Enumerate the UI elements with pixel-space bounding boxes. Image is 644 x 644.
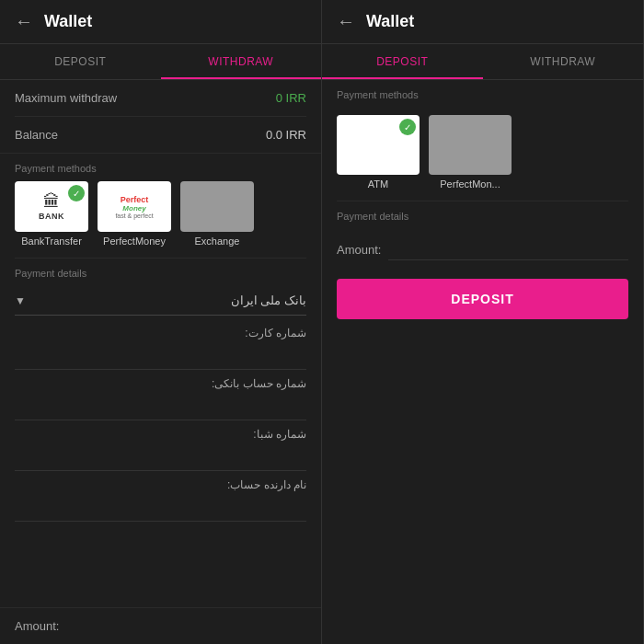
card-number-input[interactable]	[15, 341, 306, 370]
right-back-button[interactable]: ←	[337, 11, 355, 32]
atm-card-label: ATM	[368, 178, 388, 190]
bank-dropdown[interactable]: بانک ملی ایران	[15, 286, 306, 316]
atm-check-badge: ✓	[399, 119, 416, 135]
right-header: ← Wallet	[322, 0, 643, 44]
left-tab-deposit[interactable]: DEPOSIT	[0, 44, 161, 79]
right-amount-row: Amount:	[322, 229, 643, 270]
left-payment-details-label: Payment details	[0, 259, 321, 286]
bank-card-label: BankTransfer	[21, 236, 82, 247]
right-title: Wallet	[366, 12, 414, 31]
left-scroll-area[interactable]: Payment details ▼ بانک ملی ایران شماره ک…	[0, 259, 321, 607]
left-panel: ← Wallet DEPOSIT WITHDRAW Maximum withdr…	[0, 0, 322, 644]
max-withdraw-row: Maximum withdraw 0 IRR	[15, 80, 306, 117]
sheba-field: شماره شبا:	[15, 428, 306, 478]
bank-check-badge: ✓	[68, 185, 85, 201]
left-back-button[interactable]: ←	[15, 11, 33, 32]
bank-account-label: شماره حساب بانکی:	[15, 377, 306, 390]
left-header: ← Wallet	[0, 0, 321, 44]
right-amount-input[interactable]	[388, 238, 628, 260]
bank-text: BANK	[39, 212, 64, 221]
bank-card-image: ✓ 🏛 BANK	[15, 181, 88, 232]
right-payment-methods-label: Payment methods	[322, 80, 643, 108]
pm-right-card-label: PerfectMon...	[440, 178, 500, 190]
atm-card-image: ✓	[337, 115, 420, 175]
max-withdraw-value: 0 IRR	[276, 91, 306, 105]
right-payment-card-pm[interactable]: PerfectMon...	[429, 115, 512, 190]
left-info-section: Maximum withdraw 0 IRR Balance 0.0 IRR	[0, 80, 321, 154]
pm-card-label: PerfectMoney	[103, 236, 166, 247]
balance-label: Balance	[15, 128, 58, 142]
bank-account-input[interactable]	[15, 392, 306, 420]
bank-icon: 🏛 BANK	[39, 192, 64, 221]
right-tab-withdraw[interactable]: WITHDRAW	[483, 44, 644, 79]
left-amount-section: Amount:	[0, 607, 321, 644]
right-amount-label: Amount:	[337, 243, 381, 257]
pm-icon-tagline: fast & perfect	[115, 213, 153, 219]
dropdown-arrow-icon: ▼	[15, 294, 26, 307]
right-tabs: DEPOSIT WITHDRAW	[322, 44, 643, 80]
payment-card-bank[interactable]: ✓ 🏛 BANK BankTransfer	[15, 181, 88, 247]
right-payment-methods: ✓ ATM PerfectMon...	[322, 108, 643, 201]
account-holder-field: نام دارنده حساب:	[15, 478, 306, 529]
card-number-field: شماره کارت:	[15, 327, 306, 377]
right-payment-card-atm[interactable]: ✓ ATM	[337, 115, 420, 190]
left-payment-details-form: ▼ بانک ملی ایران شماره کارت: شماره حساب …	[0, 286, 321, 529]
exchange-card-label: Exchange	[195, 236, 240, 247]
account-holder-label: نام دارنده حساب:	[15, 478, 306, 491]
max-withdraw-label: Maximum withdraw	[15, 91, 117, 105]
balance-value: 0.0 IRR	[266, 128, 306, 142]
left-tab-withdraw[interactable]: WITHDRAW	[161, 44, 322, 79]
pm-card-image: Perfect Money fast & perfect	[98, 181, 171, 232]
right-panel: ← Wallet DEPOSIT WITHDRAW Payment method…	[322, 0, 644, 644]
pm-icon-text: Perfect	[115, 195, 153, 204]
balance-row: Balance 0.0 IRR	[15, 117, 306, 153]
right-payment-details-label: Payment details	[322, 201, 643, 229]
pm-right-card-image	[429, 115, 512, 175]
bank-dropdown-wrapper[interactable]: ▼ بانک ملی ایران	[15, 286, 306, 316]
left-title: Wallet	[44, 12, 92, 31]
exchange-card-image	[180, 181, 254, 232]
bank-account-field: شماره حساب بانکی:	[15, 377, 306, 428]
payment-card-perfectmoney[interactable]: Perfect Money fast & perfect PerfectMone…	[98, 181, 171, 247]
sheba-input[interactable]	[15, 443, 306, 471]
left-payment-methods-label: Payment methods	[0, 154, 321, 181]
deposit-button[interactable]: DEPOSIT	[337, 279, 628, 319]
payment-card-exchange[interactable]: Exchange	[180, 181, 254, 247]
card-number-label: شماره کارت:	[15, 327, 306, 339]
left-amount-label: Amount:	[15, 619, 59, 633]
left-tabs: DEPOSIT WITHDRAW	[0, 44, 321, 80]
right-tab-deposit[interactable]: DEPOSIT	[322, 44, 483, 79]
left-payment-methods: ✓ 🏛 BANK BankTransfer Perfect Money fast…	[0, 181, 321, 258]
account-holder-input[interactable]	[15, 493, 306, 522]
sheba-label: شماره شبا:	[15, 428, 306, 441]
pm-icon-subtext: Money	[115, 204, 153, 213]
